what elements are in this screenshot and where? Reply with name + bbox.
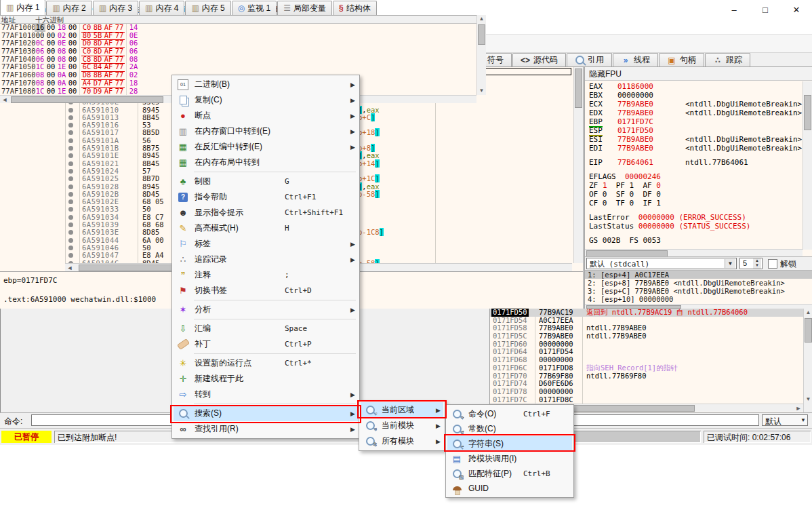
menu-item-切换书签[interactable]: ⚑切换书签Ctrl+D	[174, 283, 358, 298]
breakpoint-dot-icon[interactable]	[68, 238, 73, 243]
register-row[interactable]: ESP0171FD50	[585, 126, 803, 135]
register-info-row[interactable]: LastError 00000000 (ERROR_SUCCESS)	[585, 213, 803, 222]
register-info-row[interactable]: CF 0 TF 0 IF 1	[585, 199, 803, 208]
menu-item-补丁[interactable]: 补丁Ctrl+P	[174, 336, 358, 352]
scroll-left-icon[interactable]: ◄	[0, 96, 9, 104]
tab-句柄[interactable]: ▣句柄	[659, 53, 704, 66]
registers-vscrollbar[interactable]	[803, 81, 812, 250]
breakpoint-dot-icon[interactable]	[68, 215, 73, 220]
menu-item-跨模块调用(I)[interactable]: ▤跨模块调用(I)	[447, 451, 572, 466]
menu-item-设置新的运行点[interactable]: ✳设置新的运行点Ctrl+*	[174, 355, 358, 371]
minimize-button[interactable]: –	[718, 0, 750, 19]
register-row[interactable]: EDX77B9ABE0<ntdll.DbgUiRemoteBreakin>	[585, 109, 803, 117]
register-info-row[interactable]: LastStatus 00000000 (STATUS_SUCCESS)	[585, 222, 803, 231]
menu-item-在内存布局中转到[interactable]: ▦在内存布局中转到	[174, 155, 358, 170]
breakpoint-dot-icon[interactable]	[68, 146, 73, 151]
stack-pane[interactable]: 0171FD5077B9AC19返回到 ntdll.77B9AC19 自 ntd…	[489, 309, 812, 412]
menu-item-所有模块[interactable]: ✲所有模块▶	[361, 433, 443, 449]
dump-tab-内存 4[interactable]: ▥内存 4	[139, 1, 184, 15]
register-info-row[interactable]: EFLAGS 00000246	[585, 172, 803, 181]
register-row[interactable]: ESI77B9ABE0<ntdll.DbgUiRemoteBreakin>	[585, 135, 803, 144]
breakpoint-dot-icon[interactable]	[68, 169, 73, 174]
hide-fpu-button[interactable]: 隐藏FPU	[585, 67, 812, 81]
dump-row[interactable]: 77AF103006000800C08DAF7706	[0, 47, 476, 56]
stack-row[interactable]: 0171FD5C77B9ABE0ntdll.77B9ABE0	[490, 332, 812, 340]
menu-item-常数(C)[interactable]: #常数(C)	[447, 421, 572, 436]
dump-tab-内存 3[interactable]: ▥内存 3	[93, 1, 138, 15]
breakpoint-dot-icon[interactable]	[68, 138, 73, 143]
dump-row[interactable]: 77AF100016001800C08BAF7714	[0, 24, 476, 32]
breakpoint-dot-icon[interactable]	[68, 153, 73, 158]
scroll-right-icon[interactable]: ►	[794, 404, 803, 412]
breakpoint-dot-icon[interactable]	[68, 184, 73, 189]
breakpoint-dot-icon[interactable]	[68, 192, 73, 197]
dump-tab-局部变量[interactable]: ☰局部变量	[277, 1, 332, 15]
register-row[interactable]: EBP0171FD7C	[585, 117, 803, 126]
menu-item-断点[interactable]: ●断点▶	[174, 108, 358, 123]
argument-row[interactable]: 1: [esp+4] A0C17EEA	[585, 271, 812, 279]
stack-row[interactable]: 0171FD5077B9AC19返回到 ntdll.77B9AC19 自 ntd…	[490, 309, 812, 317]
menu-item-新建线程于此[interactable]: ✛新建线程于此	[174, 371, 358, 387]
tab-引用[interactable]: 引用	[567, 53, 612, 66]
menu-item-命令(O)[interactable]: >命令(O)Ctrl+F	[447, 406, 572, 421]
register-row[interactable]: EBX00000000	[585, 91, 803, 100]
menu-item-查找引用(R)[interactable]: ∞查找引用(R)▶	[174, 421, 358, 437]
scroll-down-icon[interactable]: ▼	[804, 396, 812, 403]
disasm-vscrollbar[interactable]	[573, 67, 583, 263]
dump-tab-内存 5[interactable]: ▥内存 5	[185, 1, 230, 15]
arg-depth-stepper[interactable]: 5 ▲▼	[739, 258, 763, 269]
menu-item-字符串(S)[interactable]: “字符串(S)	[447, 436, 572, 451]
menu-item-显示指令提示[interactable]: ☻显示指令提示Ctrl+Shift+F1	[174, 205, 358, 220]
calling-convention-select[interactable]: 默认 (stdcall) ▼	[586, 258, 737, 269]
menu-item-匹配特征(P)[interactable]: ▨匹配特征(P)Ctrl+B	[447, 466, 572, 481]
breakpoint-dot-icon[interactable]	[68, 199, 73, 204]
dump-tab-内存 1[interactable]: ▥内存 1	[0, 0, 45, 15]
register-row[interactable]: ECX77B9ABE0<ntdll.DbgUiRemoteBreakin>	[585, 100, 803, 109]
stack-vscrollbar[interactable]: ▲ ▼	[803, 309, 812, 412]
menu-item-二进制(B)[interactable]: 01二进制(B)▶	[174, 77, 358, 92]
dump-tab-监视 1[interactable]: ◎监视 1	[232, 1, 277, 15]
tab-线程[interactable]: »线程	[613, 53, 658, 66]
close-button[interactable]: ✕	[781, 0, 812, 19]
register-info-row[interactable]: ZF 1 PF 1 AF 0	[585, 181, 803, 190]
register-info-row[interactable]: GS 002B FS 0053	[585, 236, 803, 245]
breakpoint-dot-icon[interactable]	[68, 230, 73, 235]
stack-row[interactable]: 0171FD7C0171FD8C	[490, 396, 812, 404]
register-lines[interactable]: EAX01186000EBX00000000ECX77B9ABE0<ntdll.…	[585, 82, 803, 245]
scroll-up-icon[interactable]: ▲	[477, 16, 486, 22]
dump-tab-结构体[interactable]: §结构体	[333, 1, 377, 15]
breakpoint-dot-icon[interactable]	[68, 246, 73, 250]
dump-vscrollbar[interactable]: ▲ ▼	[476, 15, 486, 95]
unlock-checkbox[interactable]	[768, 259, 777, 269]
argument-row[interactable]: 3: [esp+C] 77B9ABE0 <ntdll.DbgUiRemoteBr…	[585, 287, 812, 295]
tab-跟踪[interactable]: ∴跟踪	[705, 53, 750, 66]
menu-item-在反汇编中转到(E)[interactable]: ▦在反汇编中转到(E)▶	[174, 139, 358, 155]
breakpoint-dot-icon[interactable]	[68, 161, 73, 166]
command-type-dropdown[interactable]: 默认 ▼	[762, 414, 808, 426]
stack-row[interactable]: 0171FD7800000000	[490, 388, 812, 396]
menu-item-制图[interactable]: ♣制图G	[174, 174, 358, 189]
breakpoint-dot-icon[interactable]	[68, 130, 73, 135]
breakpoint-dot-icon[interactable]	[68, 222, 73, 227]
breakpoint-dot-icon[interactable]	[68, 123, 73, 128]
menu-item-指令帮助[interactable]: ?指令帮助Ctrl+F1	[174, 189, 358, 205]
menu-item-转到[interactable]: ⇨转到▶	[174, 387, 358, 402]
dump-tab-内存 2[interactable]: ▥内存 2	[46, 1, 92, 15]
arguments-list[interactable]: 1: [esp+4] A0C17EEA2: [esp+8] 77B9ABE0 <…	[585, 271, 812, 304]
argument-row[interactable]: 4: [esp+10] 00000000	[585, 295, 812, 303]
menu-item-分析[interactable]: ✶分析▶	[174, 302, 358, 317]
menu-item-高亮模式(H)[interactable]: ✎高亮模式(H)H	[174, 220, 358, 236]
maximize-button[interactable]: □	[750, 0, 781, 19]
tab-源代码[interactable]: <>源代码	[512, 53, 566, 66]
argument-row[interactable]: 2: [esp+8] 77B9ABE0 <ntdll.DbgUiRemoteBr…	[585, 279, 812, 287]
breakpoint-dot-icon[interactable]	[68, 115, 73, 120]
menu-item-GUID[interactable]: GUID	[447, 481, 572, 496]
menu-item-当前区域[interactable]: ▫当前区域▶	[361, 402, 443, 418]
menu-item-在内存窗口中转到(E)[interactable]: ▥在内存窗口中转到(E)▶	[174, 123, 358, 139]
register-row[interactable]: EAX01186000	[585, 82, 803, 91]
register-row[interactable]: EIP77B64061ntdll.77B64061	[585, 158, 803, 167]
menu-item-汇编[interactable]: ⇩汇编Space	[174, 321, 358, 336]
menu-item-搜索(S)[interactable]: 搜索(S)▶	[174, 406, 358, 421]
breakpoint-dot-icon[interactable]	[68, 253, 73, 258]
scroll-down-icon[interactable]: ▼	[477, 87, 486, 94]
